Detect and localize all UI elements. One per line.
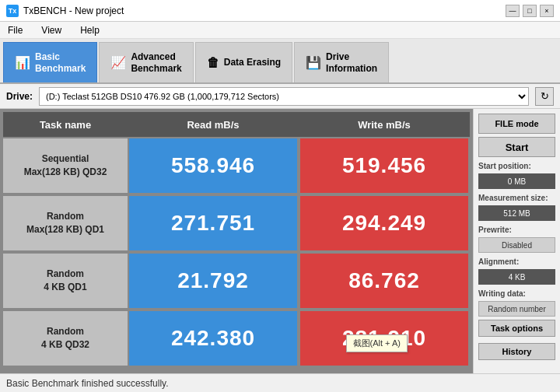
start-button[interactable]: Start	[478, 137, 555, 157]
history-button[interactable]: History	[478, 343, 555, 360]
advanced-benchmark-icon: 📈	[110, 55, 126, 70]
prewrite-value: Disabled	[478, 237, 555, 253]
start-position-label: Start position:	[478, 162, 555, 170]
data-erasing-icon: 🗑	[207, 56, 219, 70]
alignment-value: 4 KB	[478, 269, 555, 285]
tab-bar: 📊 BasicBenchmark 📈 AdvancedBenchmark 🗑 D…	[0, 39, 560, 84]
drive-row: Drive: (D:) Teclast 512GB DS10 476.92 GB…	[0, 84, 560, 109]
tab-data-erasing[interactable]: 🗑 Data Erasing	[195, 42, 292, 82]
basic-benchmark-icon: 📊	[15, 55, 30, 70]
tab-data-erasing-label: Data Erasing	[224, 57, 281, 68]
header-write: Write mB/s	[299, 116, 470, 134]
minimize-button[interactable]: —	[506, 5, 520, 17]
drive-select[interactable]: (D:) Teclast 512GB DS10 476.92 GB (1,000…	[39, 87, 529, 106]
measurement-size-label: Measurement size:	[478, 194, 555, 202]
window-title: TxBENCH - New project	[23, 5, 124, 16]
close-button[interactable]: ×	[540, 5, 554, 17]
tab-basic-benchmark[interactable]: 📊 BasicBenchmark	[3, 42, 97, 82]
drive-information-icon: 💾	[306, 55, 321, 70]
prewrite-label: Prewrite:	[478, 226, 555, 234]
writing-data-value: Random number	[478, 301, 555, 317]
tab-advanced-benchmark[interactable]: 📈 AdvancedBenchmark	[99, 42, 193, 82]
drive-refresh-button[interactable]: ↻	[535, 87, 554, 106]
row1-read: 558.946	[129, 138, 297, 193]
menu-help[interactable]: Help	[75, 23, 104, 37]
menu-file[interactable]: File	[3, 23, 27, 37]
start-position-value: 0 MB	[478, 173, 555, 189]
right-panel: FILE mode Start Start position: 0 MB Mea…	[473, 109, 560, 373]
header-read: Read mB/s	[128, 116, 299, 134]
benchmark-table: Task name Read mB/s Write mB/s Sequentia…	[0, 109, 473, 373]
row2-write: 294.249	[300, 196, 468, 250]
maximize-button[interactable]: □	[523, 5, 537, 17]
row3-write: 86.762	[300, 254, 468, 308]
file-mode-button[interactable]: FILE mode	[478, 114, 555, 134]
main-area: Task name Read mB/s Write mB/s Sequentia…	[0, 109, 560, 373]
tab-drive-information[interactable]: 💾 DriveInformation	[294, 42, 389, 82]
title-bar-controls[interactable]: — □ ×	[506, 5, 554, 17]
row3-read: 21.792	[129, 254, 297, 308]
row1-label: SequentialMax(128 KB) QD32	[3, 138, 128, 193]
title-bar-left: Tx TxBENCH - New project	[6, 5, 124, 17]
tab-drive-information-label: DriveInformation	[326, 51, 377, 74]
row3-label: Random4 KB QD1	[3, 254, 128, 308]
row4-read: 242.380	[129, 311, 297, 366]
menu-bar: File View Help	[0, 22, 560, 39]
status-text: Basic Benchmark finished successfully.	[6, 378, 169, 389]
table-header: Task name Read mB/s Write mB/s	[3, 112, 470, 137]
writing-data-label: Writing data:	[478, 289, 555, 298]
table-row: Random4 KB QD1 21.792 86.762	[3, 254, 470, 308]
measurement-size-value: 512 MB	[478, 205, 555, 221]
row4-label: Random4 KB QD32	[3, 311, 128, 366]
table-row: SequentialMax(128 KB) QD32 558.946 519.4…	[3, 138, 470, 193]
row2-label: RandomMax(128 KB) QD1	[3, 196, 128, 250]
tab-basic-benchmark-label: BasicBenchmark	[35, 51, 86, 74]
task-options-button[interactable]: Task options	[478, 320, 555, 337]
status-bar: Basic Benchmark finished successfully.	[0, 373, 560, 392]
tab-advanced-benchmark-label: AdvancedBenchmark	[131, 51, 181, 74]
app-icon: Tx	[6, 5, 19, 17]
row2-read: 271.751	[129, 196, 297, 250]
header-task: Task name	[3, 116, 128, 134]
menu-view[interactable]: View	[37, 23, 66, 37]
title-bar: Tx TxBENCH - New project — □ ×	[0, 0, 560, 22]
table-row: RandomMax(128 KB) QD1 271.751 294.249	[3, 196, 470, 250]
table-row: Random4 KB QD32 242.380 281.910 截图(Alt +…	[3, 311, 470, 366]
screenshot-tooltip: 截图(Alt + A)	[346, 334, 408, 352]
row1-write: 519.456	[300, 138, 468, 193]
alignment-label: Alignment:	[478, 257, 555, 266]
drive-label: Drive:	[6, 91, 33, 102]
